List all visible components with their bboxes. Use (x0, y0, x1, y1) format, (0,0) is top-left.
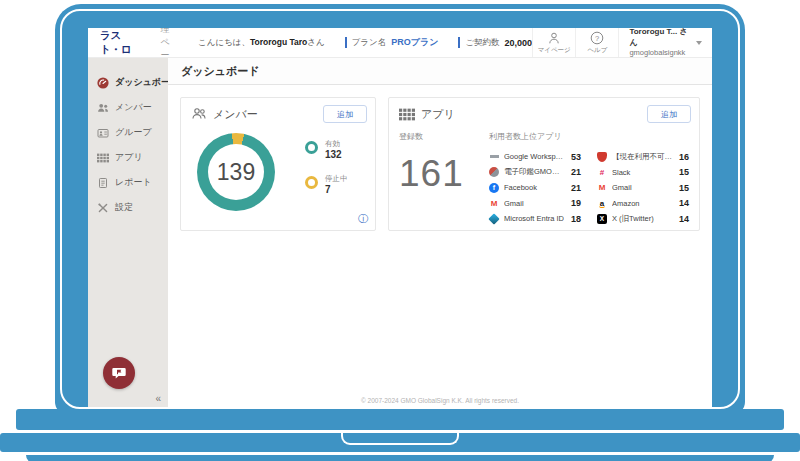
unavailable-app-shield-icon (597, 152, 607, 162)
member-total-count: 139 (197, 133, 275, 211)
app-name: Amazon (612, 199, 672, 208)
members-people-icon (97, 102, 109, 114)
greeting-text: こんにちは、Tororogu Taroさん (198, 37, 325, 49)
main-content: ダッシュボード メンバー 追加 139 (168, 58, 712, 407)
chevron-down-icon (696, 41, 702, 45)
active-value: 132 (325, 149, 342, 161)
laptop-mockup: GMOトラスト・ログイン 管理ページ こんにちは、Tororogu Taroさん… (0, 0, 800, 461)
app-usage-row[interactable]: 電子印鑑GMOサイン 21 (489, 165, 581, 181)
app-usage-row[interactable]: Amazon 14 (597, 196, 689, 212)
apps-grid-icon (97, 152, 109, 164)
contract-info: ご契約数 20,000 (458, 37, 532, 49)
amazon-icon (597, 198, 607, 208)
member-people-icon (191, 106, 207, 122)
app-user-count: 21 (569, 167, 581, 177)
app-usage-row[interactable]: 【現在利用不可】トラ… 16 (597, 149, 689, 165)
app-name: Microsoft Entra ID (504, 214, 564, 223)
chat-support-button[interactable] (103, 357, 135, 389)
member-donut-chart: 139 (197, 133, 275, 211)
member-legend: 有効 132 停止中 7 (305, 139, 348, 196)
app-card: アプリ 追加 登録数 161 利用者数上位アプリ (388, 97, 700, 231)
app-user-count: 19 (569, 198, 581, 208)
mypage-button[interactable]: マイページ (532, 28, 575, 57)
active-label: 有効 (325, 139, 342, 149)
svg-text:?: ? (595, 33, 599, 42)
info-icon[interactable]: ⓘ (358, 212, 368, 226)
sidebar-item-groups[interactable]: グループ (88, 120, 168, 145)
page-title: ダッシュボード (168, 58, 712, 85)
groups-card-icon (97, 127, 109, 139)
report-document-icon (97, 177, 109, 189)
app-usage-row[interactable]: Google Workspace 53 (489, 149, 581, 165)
plan-info: プラン名 PROプラン (345, 36, 439, 49)
sidebar-item-apps[interactable]: アプリ (88, 145, 168, 170)
app-name: X (旧Twitter) (612, 214, 672, 224)
app-name: Gmail (612, 183, 672, 192)
app-user-count: 15 (677, 183, 689, 193)
top-apps-label: 利用者数上位アプリ (489, 131, 689, 142)
add-app-button[interactable]: 追加 (647, 105, 691, 123)
sidebar-item-label: レポート (115, 176, 152, 189)
gmo-sign-icon (489, 167, 499, 177)
app-user-count: 14 (677, 214, 689, 224)
sidebar-item-settings[interactable]: 設定 (88, 195, 168, 220)
registered-count-label: 登録数 (399, 131, 489, 142)
app-name: Facebook (504, 183, 564, 192)
sidebar-item-label: メンバー (115, 101, 152, 114)
app-user-count: 18 (569, 214, 581, 224)
suspended-swatch-icon (305, 176, 318, 189)
member-card-title: メンバー (213, 107, 258, 122)
add-member-button[interactable]: 追加 (323, 105, 367, 123)
microsoft-entra-id-icon (489, 214, 499, 224)
sidebar-collapse-button[interactable]: « (155, 393, 161, 404)
contract-label: ご契約数 (465, 37, 499, 49)
help-icon: ? (590, 31, 604, 45)
app-name: Slack (612, 168, 672, 177)
copyright-text: © 2007-2024 GMO GlobalSign K.K. All righ… (168, 397, 712, 404)
mypage-person-icon (547, 31, 561, 45)
mypage-label: マイページ (538, 46, 571, 55)
laptop-base-bottom (26, 455, 774, 461)
sidebar-item-dashboard[interactable]: ダッシュボード (88, 70, 168, 95)
sidebar-item-members[interactable]: メンバー (88, 95, 168, 120)
gmail-icon (489, 198, 499, 208)
sidebar-item-reports[interactable]: レポート (88, 170, 168, 195)
app-grid-icon (399, 108, 415, 121)
app-user-count: 21 (569, 183, 581, 193)
settings-tools-icon (97, 202, 109, 214)
screen-content: GMOトラスト・ログイン 管理ページ こんにちは、Tororogu Taroさん… (88, 28, 712, 407)
plan-value: PROプラン (391, 36, 438, 49)
app-name: 【現在利用不可】トラ… (612, 152, 672, 162)
help-button[interactable]: ? ヘルプ (575, 28, 618, 57)
app-header: GMOトラスト・ログイン 管理ページ こんにちは、Tororogu Taroさん… (88, 28, 712, 58)
sidebar-item-label: 設定 (115, 201, 133, 214)
app-usage-row[interactable]: Microsoft Entra ID 18 (489, 211, 581, 227)
app-user-count: 14 (677, 198, 689, 208)
top-apps-list: Google Workspace 53 電子印鑑GMOサイン 21 (489, 149, 689, 227)
app-usage-row[interactable]: Facebook 21 (489, 180, 581, 196)
app-usage-row[interactable]: X (旧Twitter) 14 (597, 211, 689, 227)
app-card-title: アプリ (421, 107, 455, 122)
greeting-name: Tororogu Taro (250, 37, 307, 47)
sidebar: ダッシュボード メンバー グループ (88, 58, 168, 407)
app-user-count: 53 (569, 152, 581, 162)
dashboard-gauge-icon (97, 77, 109, 89)
greeting-suffix: さん (307, 37, 324, 47)
sidebar-item-label: グループ (115, 126, 152, 139)
account-name: Tororogu T... さん (629, 28, 691, 48)
contract-value: 20,000 (505, 38, 533, 48)
laptop-base-middle (0, 433, 800, 452)
x-twitter-icon (597, 214, 607, 224)
gmail-icon (597, 183, 607, 193)
slack-icon (597, 167, 607, 177)
account-menu[interactable]: Tororogu T... さん gmoglobalsignkk (618, 28, 712, 57)
app-usage-row[interactable]: Gmail 19 (489, 196, 581, 212)
suspended-label: 停止中 (325, 174, 348, 184)
app-usage-row[interactable]: Gmail 15 (597, 180, 689, 196)
member-card: メンバー 追加 139 有効 132 (180, 97, 376, 231)
laptop-base-notch (341, 433, 459, 445)
legend-item-suspended: 停止中 7 (305, 174, 348, 196)
app-user-count: 16 (677, 152, 689, 162)
greeting-prefix: こんにちは、 (198, 37, 250, 47)
app-usage-row[interactable]: Slack 15 (597, 165, 689, 181)
